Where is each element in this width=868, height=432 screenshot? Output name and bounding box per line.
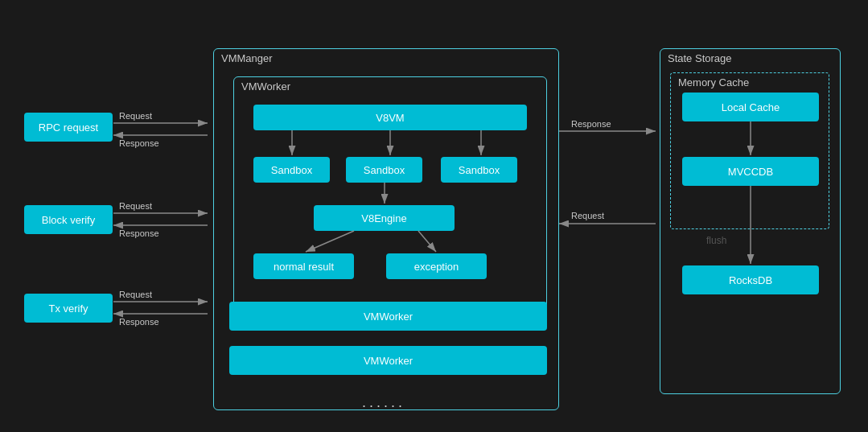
exception-button: exception xyxy=(386,253,487,279)
sandbox2-button: Sandbox xyxy=(346,157,422,183)
tx-verify-box: Tx verify xyxy=(24,294,113,323)
svg-text:Request: Request xyxy=(119,111,152,121)
svg-text:Response: Response xyxy=(571,119,611,129)
memory-cache-label: Memory Cache xyxy=(678,76,749,88)
svg-text:Request: Request xyxy=(119,290,152,299)
v8engine-button: V8Engine xyxy=(314,205,455,231)
block-verify-box: Block verify xyxy=(24,205,113,234)
svg-text:Response: Response xyxy=(119,317,159,327)
rocksdb-button: RocksDB xyxy=(682,265,819,294)
vmworker2-button: VMWorker xyxy=(229,302,547,331)
svg-text:Request: Request xyxy=(571,211,604,220)
diagram-container: RPC request Block verify Tx verify VMMan… xyxy=(0,0,868,432)
sandbox3-button: Sandbox xyxy=(441,157,517,183)
normalresult-button: normal result xyxy=(253,253,354,279)
state-storage-label: State Storage xyxy=(668,52,732,64)
svg-text:Response: Response xyxy=(119,228,159,238)
vmworker-inner-label: VMWorker xyxy=(241,80,290,93)
rpc-request-box: RPC request xyxy=(24,113,113,142)
vmworker3-button: VMWorker xyxy=(229,346,547,375)
mvccdb-button: MVCCDB xyxy=(682,157,819,186)
svg-text:Request: Request xyxy=(119,201,152,211)
flush-label: flush xyxy=(706,235,726,246)
sandbox1-button: Sandbox xyxy=(253,157,330,183)
svg-text:Response: Response xyxy=(119,138,159,148)
dots-label: ...... xyxy=(362,394,405,411)
vmmanger-label: VMManger xyxy=(221,52,273,64)
v8vm-button: V8VM xyxy=(253,105,527,130)
local-cache-button: Local Cache xyxy=(682,93,819,121)
